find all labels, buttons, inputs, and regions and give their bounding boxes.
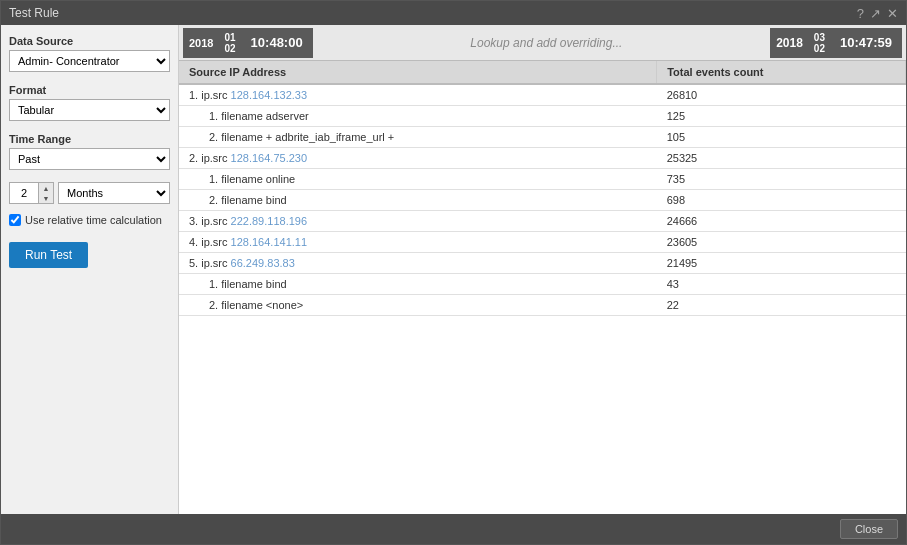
table-row: 2. filename + adbrite_iab_iframe_url +10…: [179, 127, 906, 148]
format-section: Format Tabular: [9, 84, 170, 121]
day-left: 02: [224, 43, 235, 54]
sidebar: Data Source Admin- Concentrator Format T…: [1, 25, 179, 514]
data-table-container: Source IP Address Total events count 1. …: [179, 61, 906, 514]
help-icon[interactable]: ?: [857, 6, 864, 21]
source-ip-cell: 2. filename + adbrite_iab_iframe_url +: [179, 127, 657, 148]
footer: Close: [1, 514, 906, 544]
time-range-select[interactable]: Past: [9, 148, 170, 170]
quantity-row: 2 ▲ ▼ Months: [9, 182, 170, 204]
count-cell: 25325: [657, 148, 906, 169]
table-row: 1. ip.src 128.164.132.3326810: [179, 84, 906, 106]
count-cell: 22: [657, 295, 906, 316]
month-day-left: 01 02: [219, 28, 240, 58]
time-range-label: Time Range: [9, 133, 170, 145]
table-row: 5. ip.src 66.249.83.8321495: [179, 253, 906, 274]
spinner-up-button[interactable]: ▲: [39, 183, 53, 193]
expand-icon[interactable]: ↗: [870, 6, 881, 21]
test-rule-window: Test Rule ? ↗ ✕ Data Source Admin- Conce…: [0, 0, 907, 545]
spinner-buttons: ▲ ▼: [38, 183, 53, 203]
source-ip-cell: 3. ip.src 222.89.118.196: [179, 211, 657, 232]
time-range-section: Time Range Past: [9, 133, 170, 170]
count-cell: 24666: [657, 211, 906, 232]
col-total-events: Total events count: [657, 61, 906, 84]
source-ip-cell: 2. filename bind: [179, 190, 657, 211]
title-bar-icons: ? ↗ ✕: [857, 6, 898, 21]
format-label: Format: [9, 84, 170, 96]
count-cell: 125: [657, 106, 906, 127]
month-right: 03: [814, 32, 825, 43]
relative-time-row: Use relative time calculation: [9, 214, 170, 226]
ip-address-link[interactable]: 222.89.118.196: [231, 215, 307, 227]
month-left: 01: [224, 32, 235, 43]
relative-time-checkbox[interactable]: [9, 214, 21, 226]
table-row: 1. filename adserver125: [179, 106, 906, 127]
lookup-text[interactable]: Lookup and add overriding...: [323, 36, 770, 50]
source-ip-cell: 2. ip.src 128.164.75.230: [179, 148, 657, 169]
window-title: Test Rule: [9, 6, 59, 20]
count-cell: 23605: [657, 232, 906, 253]
day-right: 02: [814, 43, 825, 54]
source-ip-cell: 5. ip.src 66.249.83.83: [179, 253, 657, 274]
count-cell: 735: [657, 169, 906, 190]
table-row: 1. filename online735: [179, 169, 906, 190]
title-bar: Test Rule ? ↗ ✕: [1, 1, 906, 25]
table-row: 2. filename <none>22: [179, 295, 906, 316]
close-icon[interactable]: ✕: [887, 6, 898, 21]
data-table: Source IP Address Total events count 1. …: [179, 61, 906, 316]
ip-address-link[interactable]: 66.249.83.83: [231, 257, 295, 269]
ip-address-link[interactable]: 128.164.132.33: [231, 89, 307, 101]
year-left: 2018: [189, 37, 213, 49]
source-ip-cell: 2. filename <none>: [179, 295, 657, 316]
source-ip-cell: 1. filename adserver: [179, 106, 657, 127]
source-ip-cell: 1. filename online: [179, 169, 657, 190]
table-row: 2. ip.src 128.164.75.23025325: [179, 148, 906, 169]
table-header-row: Source IP Address Total events count: [179, 61, 906, 84]
source-ip-cell: 4. ip.src 128.164.141.11: [179, 232, 657, 253]
ip-address-link[interactable]: 128.164.141.11: [231, 236, 307, 248]
time-right: 10:47:59: [830, 28, 902, 58]
format-select[interactable]: Tabular: [9, 99, 170, 121]
year-left-block: 2018: [183, 28, 219, 58]
source-ip-cell: 1. filename bind: [179, 274, 657, 295]
count-cell: 43: [657, 274, 906, 295]
main-content: Data Source Admin- Concentrator Format T…: [1, 25, 906, 514]
data-source-label: Data Source: [9, 35, 170, 47]
count-cell: 26810: [657, 84, 906, 106]
quantity-input[interactable]: 2: [10, 185, 38, 201]
table-row: 4. ip.src 128.164.141.1123605: [179, 232, 906, 253]
data-panel: 2018 01 02 10:48:00 Lookup and add overr…: [179, 25, 906, 514]
year-right-block: 2018: [770, 28, 809, 58]
data-source-select[interactable]: Admin- Concentrator: [9, 50, 170, 72]
count-cell: 105: [657, 127, 906, 148]
quantity-spinner: 2 ▲ ▼: [9, 182, 54, 204]
close-button[interactable]: Close: [840, 519, 898, 539]
spinner-down-button[interactable]: ▼: [39, 193, 53, 203]
data-source-section: Data Source Admin- Concentrator: [9, 35, 170, 72]
source-ip-cell: 1. ip.src 128.164.132.33: [179, 84, 657, 106]
table-row: 3. ip.src 222.89.118.19624666: [179, 211, 906, 232]
run-test-button[interactable]: Run Test: [9, 242, 88, 268]
ip-address-link[interactable]: 128.164.75.230: [231, 152, 307, 164]
month-day-right: 03 02: [809, 28, 830, 58]
data-header: 2018 01 02 10:48:00 Lookup and add overr…: [179, 25, 906, 61]
months-select[interactable]: Months: [58, 182, 170, 204]
table-row: 1. filename bind43: [179, 274, 906, 295]
count-cell: 698: [657, 190, 906, 211]
table-row: 2. filename bind698: [179, 190, 906, 211]
time-left: 10:48:00: [241, 28, 313, 58]
year-right: 2018: [776, 36, 803, 50]
relative-time-label: Use relative time calculation: [25, 214, 162, 226]
count-cell: 21495: [657, 253, 906, 274]
col-source-ip: Source IP Address: [179, 61, 657, 84]
